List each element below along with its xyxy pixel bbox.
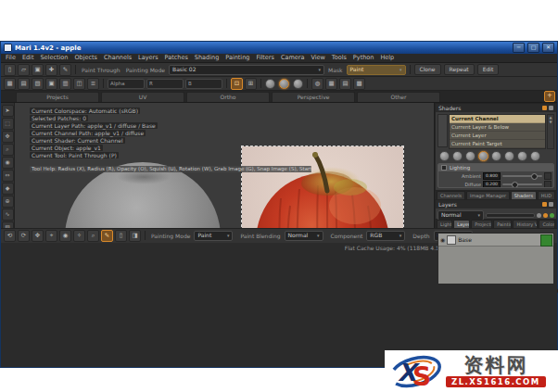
select-tool-icon[interactable]: ➤ xyxy=(2,105,14,117)
control-dropdown[interactable]: RGB ▾ xyxy=(366,231,405,241)
slider-handle[interactable] xyxy=(531,173,538,180)
add-view-button[interactable]: + xyxy=(544,91,555,102)
palette-tab[interactable]: Lights xyxy=(437,220,452,228)
channel-field[interactable]: Alpha xyxy=(108,79,145,89)
scroll-down-icon[interactable]: ▼ xyxy=(548,120,553,124)
mask-mode-icon[interactable]: ▩ xyxy=(353,78,365,90)
palette-tab[interactable]: Projection xyxy=(471,220,492,228)
stamp-icon[interactable]: ◨ xyxy=(129,230,141,242)
page-icon[interactable]: ▯ xyxy=(115,230,127,242)
brush-active-icon[interactable]: ✎ xyxy=(101,230,113,242)
palette-close-icon[interactable] xyxy=(549,106,553,110)
brush-preset-dropdown[interactable]: Basic 02 ▾ xyxy=(169,65,324,75)
magnify-icon[interactable]: ⌕ xyxy=(87,230,99,242)
menu-item[interactable]: Filters xyxy=(256,54,273,62)
vector-tool-icon[interactable]: ◆ xyxy=(2,183,14,195)
save-project-icon[interactable]: ▣ xyxy=(32,64,44,76)
brush-preset-icon[interactable]: ✎ xyxy=(59,64,71,76)
slider-value[interactable]: 0.800 xyxy=(483,172,501,180)
shader-ball-3-icon[interactable] xyxy=(465,151,476,161)
menu-item[interactable]: Painting xyxy=(225,54,249,62)
slider-reset-button[interactable] xyxy=(544,172,552,180)
shader-side-strip[interactable] xyxy=(438,114,448,147)
mirror-toggle-icon[interactable]: ▦ xyxy=(4,78,16,90)
projection-off-icon[interactable]: ⊞ xyxy=(245,78,257,90)
new-project-icon[interactable]: ▯ xyxy=(4,64,16,76)
pick-color-icon[interactable]: ⌖ xyxy=(45,230,57,242)
shader-list-item[interactable]: Current Layer & Below xyxy=(450,123,545,132)
shader-ball-7-icon[interactable] xyxy=(517,151,527,161)
scrollbar[interactable]: ▲ ▼ xyxy=(547,114,554,149)
slider-reset-button[interactable] xyxy=(544,181,552,188)
checkbox-icon[interactable] xyxy=(441,165,447,171)
snap-icon[interactable]: ✧ xyxy=(73,230,85,242)
opacity-icon[interactable] xyxy=(537,213,541,218)
menu-item[interactable]: Edit xyxy=(22,54,34,62)
menu-item[interactable]: Shading xyxy=(195,54,219,62)
projection-on-icon[interactable]: ⊡ xyxy=(231,78,243,90)
layers-palette-titlebar[interactable]: Layers xyxy=(436,200,556,209)
layer-list[interactable]: ◉ Base xyxy=(438,233,554,285)
shader-ball-1-icon[interactable] xyxy=(439,151,450,161)
palette-tab[interactable]: Layers xyxy=(453,220,470,228)
slider-handle[interactable] xyxy=(512,182,518,188)
palette-tab[interactable]: Shaders xyxy=(511,191,537,199)
shadow-toggle-icon[interactable]: ▥ xyxy=(59,78,71,90)
menu-item[interactable]: Help xyxy=(380,54,394,62)
palette-tab[interactable]: HUD xyxy=(538,191,555,199)
palette-float-icon[interactable] xyxy=(542,106,547,110)
pan-tool-icon[interactable]: ◉ xyxy=(2,157,14,169)
opacity-slider[interactable] xyxy=(486,213,535,218)
visibility-eye-icon[interactable]: ◉ xyxy=(440,236,445,243)
menu-item[interactable]: Camera xyxy=(281,54,305,62)
texture-mode-icon[interactable]: ▦ xyxy=(325,78,337,90)
channel-field[interactable]: R xyxy=(146,79,184,89)
palette-float-icon[interactable] xyxy=(542,202,547,207)
menu-item[interactable]: Python xyxy=(353,54,374,62)
clone-button[interactable]: Clone xyxy=(414,64,441,75)
marquee-select-tool-icon[interactable]: ⬚ xyxy=(2,118,14,130)
view-tab[interactable]: UV xyxy=(101,92,184,102)
shader-ball-2-icon[interactable] xyxy=(452,151,463,161)
uv-toggle-icon[interactable]: ▧ xyxy=(32,78,44,90)
maximize-button[interactable]: ▢ xyxy=(527,43,539,53)
pin-icon[interactable]: ✚ xyxy=(45,64,57,76)
shader-ball-4-icon[interactable] xyxy=(478,151,488,161)
layer-name[interactable]: Base xyxy=(458,236,539,243)
mask-dropdown[interactable]: Paint ▾ xyxy=(347,65,406,75)
slider-track[interactable] xyxy=(502,183,542,185)
focus-icon[interactable]: ◉ xyxy=(59,230,71,242)
menu-item[interactable]: Selection xyxy=(40,54,68,62)
menu-item[interactable]: Tools xyxy=(332,54,347,62)
view-tab[interactable]: Other xyxy=(357,92,440,102)
patch-toggle-icon[interactable]: ◫ xyxy=(73,78,85,90)
screen-mode-icon[interactable]: ▤ xyxy=(339,78,351,90)
menu-item[interactable]: Channels xyxy=(104,54,132,62)
edit-button[interactable]: Edit xyxy=(477,64,500,75)
shader-ball-8-icon[interactable] xyxy=(530,151,540,161)
slide-tool-icon[interactable]: ⇔ xyxy=(2,170,14,182)
title-bar[interactable]: Mari 1.4v2 - apple ─ ▢ ✕ xyxy=(1,42,557,54)
undo-icon[interactable]: ⟲ xyxy=(4,230,16,242)
palette-close-icon[interactable] xyxy=(549,202,553,207)
shader-ball-5-icon[interactable] xyxy=(491,151,501,161)
view-tab[interactable]: Projects xyxy=(16,92,99,102)
palette-tab[interactable]: History View xyxy=(513,220,538,228)
control-dropdown[interactable]: Normal ▾ xyxy=(285,231,323,241)
basic-lighting-icon[interactable] xyxy=(279,79,289,89)
menu-item[interactable]: View xyxy=(311,54,324,62)
smear-tool-icon[interactable]: ∿ xyxy=(2,209,14,221)
transform-tool-icon[interactable]: ✥ xyxy=(2,131,14,143)
view-tab[interactable]: Perspective xyxy=(272,92,355,102)
full-lighting-icon[interactable] xyxy=(293,79,303,89)
view-tab[interactable]: Ortho xyxy=(186,92,270,102)
grid-toggle-icon[interactable]: ▤ xyxy=(18,78,30,90)
list-toggle-icon[interactable]: ≡ xyxy=(87,78,99,90)
palette-tab[interactable]: Painting xyxy=(493,220,512,228)
shader-ball-6-icon[interactable] xyxy=(504,151,514,161)
close-button[interactable]: ✕ xyxy=(542,43,554,53)
move-icon[interactable]: ✥ xyxy=(32,230,44,242)
shader-list-item[interactable]: Current Channel xyxy=(450,115,545,123)
paint-canvas[interactable]: Current Colorspace: Automatic (sRGB)Sele… xyxy=(15,103,434,228)
palette-tab[interactable]: Image Manager xyxy=(466,191,510,199)
